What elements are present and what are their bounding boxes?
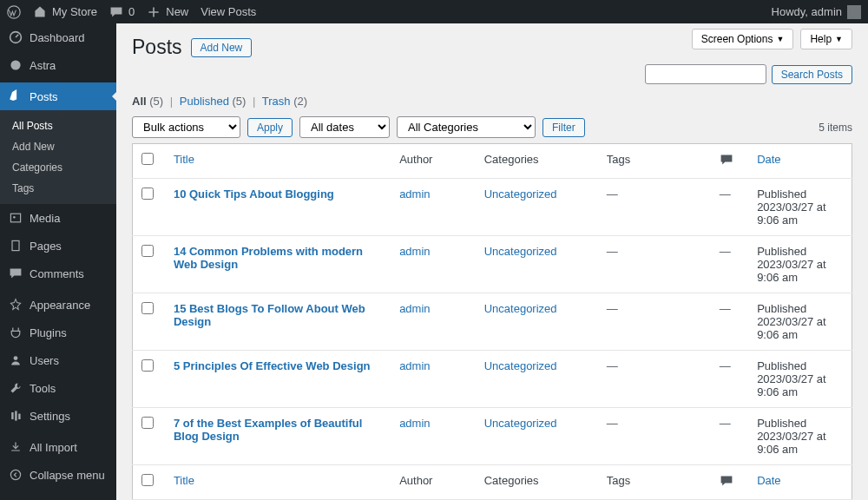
svg-rect-9	[18, 414, 20, 419]
post-author-link[interactable]: admin	[399, 188, 430, 201]
post-category-link[interactable]: Uncategorized	[484, 188, 557, 201]
post-category-link[interactable]: Uncategorized	[484, 417, 557, 430]
col-categories: Categories	[476, 465, 598, 500]
col-tags: Tags	[598, 144, 711, 179]
post-category-link[interactable]: Uncategorized	[484, 359, 557, 372]
menu-label: Appearance	[30, 299, 90, 312]
screen-options-button[interactable]: Screen Options ▼	[692, 29, 794, 49]
collapse-menu[interactable]: Collapse menu	[0, 461, 116, 489]
col-title[interactable]: Title	[174, 153, 194, 166]
menu-plugins[interactable]: Plugins	[0, 319, 116, 346]
help-button[interactable]: Help ▼	[800, 29, 852, 49]
post-comments: —	[720, 417, 731, 430]
svg-rect-7	[11, 412, 13, 419]
col-date[interactable]: Date	[757, 474, 780, 487]
col-author: Author	[391, 144, 476, 179]
submenu-tags[interactable]: Tags	[0, 178, 116, 199]
menu-pages[interactable]: Pages	[0, 232, 116, 260]
post-status: Published	[757, 359, 806, 372]
row-checkbox[interactable]	[141, 245, 154, 257]
post-status: Published	[757, 417, 806, 430]
menu-label: Dashboard	[30, 31, 85, 44]
submenu-categories[interactable]: Categories	[0, 157, 116, 178]
content-area: Screen Options ▼ Help ▼ Posts Add New Se…	[116, 23, 868, 500]
post-tags: —	[607, 188, 618, 201]
account-link[interactable]: Howdy, admin	[772, 5, 861, 19]
post-date: 2023/03/27 at 9:06 am	[757, 315, 826, 341]
menu-astra[interactable]: Astra	[0, 51, 116, 79]
add-new-button[interactable]: Add New	[191, 38, 253, 57]
submenu-add-new[interactable]: Add New	[0, 136, 116, 157]
menu-dashboard[interactable]: Dashboard	[0, 23, 116, 51]
menu-posts[interactable]: Posts	[0, 82, 116, 110]
post-title-link[interactable]: 15 Best Blogs To Follow About Web Design	[174, 302, 365, 328]
filter-all[interactable]: All	[132, 95, 147, 108]
table-row: 5 Principles Of Effective Web Design adm…	[133, 351, 852, 408]
col-title[interactable]: Title	[174, 474, 194, 487]
select-all-checkbox-bottom[interactable]	[141, 474, 154, 486]
menu-label: Comments	[30, 267, 84, 280]
table-row: 14 Common Problems with modern Web Desig…	[133, 236, 852, 293]
row-checkbox[interactable]	[141, 417, 154, 429]
view-posts-link[interactable]: View Posts	[201, 5, 256, 18]
col-categories: Categories	[476, 144, 598, 179]
post-author-link[interactable]: admin	[399, 245, 430, 258]
menu-label: Media	[30, 212, 60, 225]
col-date[interactable]: Date	[757, 153, 780, 166]
post-author-link[interactable]: admin	[399, 359, 430, 372]
post-status: Published	[757, 188, 806, 201]
post-title-link[interactable]: 10 Quick Tips About Blogging	[174, 188, 334, 201]
category-filter-select[interactable]: All Categories	[397, 116, 536, 138]
post-title-link[interactable]: 7 of the Best Examples of Beautiful Blog…	[174, 417, 362, 443]
filter-button[interactable]: Filter	[542, 118, 585, 137]
menu-comments[interactable]: Comments	[0, 260, 116, 287]
row-checkbox[interactable]	[141, 302, 154, 314]
filter-published[interactable]: Published	[180, 95, 229, 108]
posts-table: Title Author Categories Tags Date 10 Qui…	[132, 143, 852, 500]
bulk-actions-select[interactable]: Bulk actions	[132, 116, 240, 138]
menu-media[interactable]: Media	[0, 204, 116, 232]
row-checkbox[interactable]	[141, 359, 154, 372]
col-comments[interactable]	[711, 144, 748, 179]
new-label: New	[166, 5, 188, 18]
post-comments: —	[720, 245, 731, 258]
col-comments[interactable]	[711, 465, 748, 500]
post-tags: —	[607, 359, 618, 372]
select-all-checkbox[interactable]	[141, 153, 154, 165]
menu-label: Astra	[30, 59, 56, 72]
wp-logo[interactable]	[7, 5, 21, 19]
admin-toolbar: My Store 0 New View Posts Howdy, admin	[0, 0, 868, 23]
post-tags: —	[607, 245, 618, 258]
new-content-link[interactable]: New	[147, 5, 188, 19]
menu-appearance[interactable]: Appearance	[0, 291, 116, 319]
site-name: My Store	[52, 5, 97, 18]
filter-trash-count: (2)	[293, 95, 307, 108]
search-input[interactable]	[645, 64, 766, 84]
menu-tools[interactable]: Tools	[0, 374, 116, 402]
menu-label: Pages	[30, 240, 62, 253]
apply-bulk-button[interactable]: Apply	[247, 118, 293, 137]
posts-submenu: All Posts Add New Categories Tags	[0, 110, 116, 204]
filter-trash[interactable]: Trash	[262, 95, 291, 108]
site-name-link[interactable]: My Store	[33, 5, 97, 19]
comments-link[interactable]: 0	[109, 5, 135, 19]
menu-users[interactable]: Users	[0, 346, 116, 374]
post-author-link[interactable]: admin	[399, 302, 430, 315]
svg-point-10	[10, 470, 20, 479]
menu-label: Plugins	[30, 326, 67, 339]
comment-icon	[720, 153, 733, 167]
date-filter-select[interactable]: All dates	[299, 116, 390, 138]
search-posts-button[interactable]: Search Posts	[772, 65, 852, 84]
post-title-link[interactable]: 5 Principles Of Effective Web Design	[174, 359, 371, 372]
post-title-link[interactable]: 14 Common Problems with modern Web Desig…	[174, 245, 363, 271]
status-filters: All (5) | Published (5) | Trash (2)	[132, 95, 852, 108]
post-category-link[interactable]: Uncategorized	[484, 302, 557, 315]
row-checkbox[interactable]	[141, 188, 154, 200]
menu-label: Tools	[30, 382, 56, 395]
post-category-link[interactable]: Uncategorized	[484, 245, 557, 258]
post-author-link[interactable]: admin	[399, 417, 430, 430]
post-tags: —	[607, 302, 618, 315]
menu-settings[interactable]: Settings	[0, 402, 116, 430]
menu-all-import[interactable]: All Import	[0, 433, 116, 461]
submenu-all-posts[interactable]: All Posts	[0, 115, 116, 136]
